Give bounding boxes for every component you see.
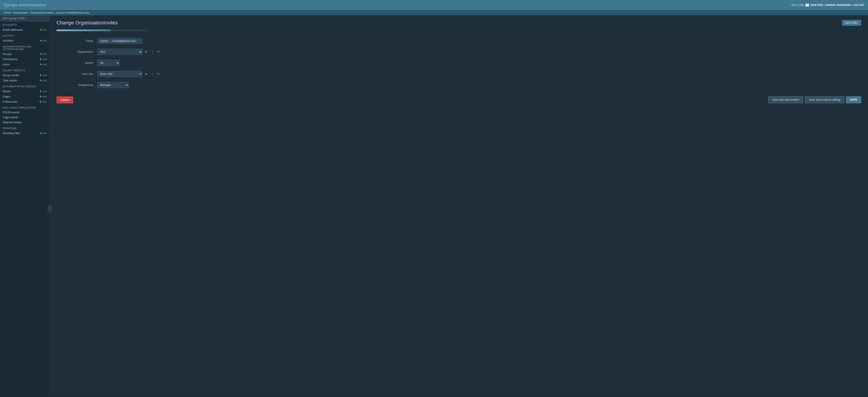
organisation-view-button[interactable]: 👁 xyxy=(156,50,161,54)
email-display: jeremy +invite@kartoza.com xyxy=(97,38,143,44)
organisation-add-button[interactable]: + xyxy=(151,50,154,54)
user-role-row: User role: Base User ✏ + 👁 xyxy=(57,68,861,80)
sidebar-item-label: Boundary files xyxy=(3,132,20,135)
plus-icon: ✚ xyxy=(39,132,42,135)
sidebar-add-link[interactable]: ✚ Add xyxy=(39,74,47,77)
organisation-edit-button[interactable]: ✏ xyxy=(144,50,149,54)
sidebar-item-preferences[interactable]: Preferences✚ Add xyxy=(0,99,50,104)
header: Django administration WELCOME, ██ VIEW S… xyxy=(0,0,868,10)
plus-icon: ✚ xyxy=(39,79,42,82)
plus-icon: ✚ xyxy=(39,90,42,93)
sidebar-item-task-results[interactable]: Task results✚ Add xyxy=(0,78,50,83)
breadcrumb-record: jeremy+invite@kartoza.com xyxy=(56,11,90,14)
sidebar-item-label: Activities xyxy=(3,39,13,42)
brand-django: Django xyxy=(4,3,19,7)
view-site-link[interactable]: VIEW SITE xyxy=(810,4,823,6)
assigned-as-label: Assigned as: xyxy=(57,83,97,87)
assigned-as-field-container: Manager xyxy=(97,82,861,88)
user-role-edit-button[interactable]: ✏ xyxy=(144,72,149,76)
sidebar-add-link[interactable]: ✚ Add xyxy=(39,90,47,93)
sidebar-section-title: ACTIVITY xyxy=(0,32,50,38)
sidebar-filter-input[interactable] xyxy=(0,16,50,22)
sidebar-item-label: Blocks xyxy=(3,90,11,93)
change-password-link[interactable]: CHANGE PASSWORD xyxy=(825,4,851,6)
email-field-container: jeremy +invite@kartoza.com xyxy=(97,38,861,44)
content-header: Change OrganisationInvites HISTORY xyxy=(57,20,861,26)
save-button[interactable]: SAVE xyxy=(846,96,861,103)
sidebar-item-group-results[interactable]: Group results✚ Add xyxy=(0,73,50,78)
assigned-as-select[interactable]: Manager xyxy=(97,82,129,88)
plus-icon: ✚ xyxy=(39,63,42,66)
form-container: Email: jeremy +invite@kartoza.com Organi… xyxy=(57,36,861,91)
sidebar-item-label: Users xyxy=(3,63,10,66)
plus-icon: ✚ xyxy=(39,57,42,61)
sidebar-item-label: Login events xyxy=(3,116,18,119)
save-continue-button[interactable]: Save and continue editing xyxy=(805,96,844,103)
sidebar-item-permissions[interactable]: Permissions✚ Add xyxy=(0,57,50,62)
actions-row: Delete Save and add another Save and con… xyxy=(57,96,861,103)
plus-icon: ✚ xyxy=(39,100,42,103)
user-role-select[interactable]: Base User xyxy=(97,71,143,77)
username: ██ xyxy=(805,4,809,6)
sidebar-item-label: Email addresses xyxy=(3,28,23,31)
sidebar-item-pages[interactable]: Pages✚ Add xyxy=(0,94,50,99)
sidebar-item-activities[interactable]: Activities✚ Add xyxy=(0,38,50,43)
sidebar-section-title: DOCUMENTATION CENTER xyxy=(0,83,50,89)
organisation-select[interactable]: Test xyxy=(97,49,143,55)
sidebar-item-label: Groups xyxy=(3,53,11,56)
sidebar-item-groups[interactable]: Groups✚ Add xyxy=(0,51,50,57)
sidebar-item-login-events[interactable]: Login events xyxy=(0,115,50,120)
separator-1: / xyxy=(824,4,825,6)
history-button[interactable]: HISTORY xyxy=(842,20,861,26)
email-row: Email: jeremy +invite@kartoza.com xyxy=(57,36,861,46)
breadcrumb-home[interactable]: Home xyxy=(4,11,11,14)
sidebar-add-link[interactable]: ✚ Add xyxy=(39,79,47,82)
sidebar-section-title: AUTHENTICATION AND AUTHORIZATION xyxy=(0,43,50,51)
plus-icon: ✚ xyxy=(39,95,42,98)
user-tools: WELCOME, ██ VIEW SITE / CHANGE PASSWORD … xyxy=(792,4,865,6)
user-role-view-button[interactable]: 👁 xyxy=(156,72,161,76)
sidebar-item-label: CRUD events xyxy=(3,111,19,114)
sidebar-add-link[interactable]: ✚ Add xyxy=(39,39,47,42)
sidebar-add-link[interactable]: ✚ Add xyxy=(39,132,47,135)
sidebar-add-link[interactable]: ✚ Add xyxy=(39,57,47,61)
sidebar-item-users[interactable]: Users✚ Add xyxy=(0,62,50,67)
user-role-add-button[interactable]: + xyxy=(151,72,154,76)
email-label: Email: xyxy=(57,39,97,42)
log-out-link[interactable]: LOG OUT xyxy=(853,4,864,6)
joined-select[interactable]: No Yes xyxy=(97,60,120,66)
sidebar-item-boundary-files[interactable]: Boundary files✚ Add xyxy=(0,131,50,136)
main-content: Change OrganisationInvites HISTORY Email… xyxy=(50,16,868,396)
sidebar-item-email-addresses[interactable]: Email addresses✚ Add xyxy=(0,27,50,32)
breadcrumbs: Home › Stakeholder › OrganisationInvites… xyxy=(0,10,868,16)
sidebar-item-label: Request events xyxy=(3,121,22,124)
delete-button[interactable]: Delete xyxy=(57,96,73,103)
sidebar-item-crud-events[interactable]: CRUD events xyxy=(0,110,50,115)
sidebar-collapse-toggle[interactable]: « xyxy=(48,206,52,212)
sidebar-add-link[interactable]: ✚ Add xyxy=(39,100,47,103)
sidebar-section-title: ACCOUNTS xyxy=(0,22,50,27)
progress-bar-fill xyxy=(57,29,111,31)
progress-bar-container xyxy=(57,29,147,31)
save-add-another-button[interactable]: Save and add another xyxy=(768,96,803,103)
sidebar-item-label: Pages xyxy=(3,95,10,98)
email-part-1: jeremy xyxy=(99,39,110,42)
sidebar-item-blocks[interactable]: Blocks✚ Add xyxy=(0,89,50,94)
plus-icon: ✚ xyxy=(39,74,42,77)
sidebar-add-link[interactable]: ✚ Add xyxy=(39,95,47,98)
sidebar-add-link[interactable]: ✚ Add xyxy=(39,52,47,56)
sidebar-add-link[interactable]: ✚ Add xyxy=(39,63,47,66)
sidebar-item-label: Group results xyxy=(3,74,19,77)
breadcrumb-model[interactable]: OrganisationInvites xyxy=(30,11,53,14)
assigned-as-row: Assigned as: Manager xyxy=(57,80,861,91)
separator-2: / xyxy=(852,4,852,6)
save-buttons: Save and add another Save and continue e… xyxy=(768,96,861,103)
sidebar-item-request-events[interactable]: Request events xyxy=(0,120,50,125)
sidebar-section-title: FRONTEND xyxy=(0,125,50,131)
brand-admin: administration xyxy=(19,3,46,7)
breadcrumb-stakeholder[interactable]: Stakeholder xyxy=(13,11,28,14)
sidebar-add-link[interactable]: ✚ Add xyxy=(39,28,47,31)
organisation-row: Organisation: Test ✏ + 👁 xyxy=(57,46,861,57)
sidebar-item-label: Preferences xyxy=(3,100,18,103)
sidebar-item-label: Task results xyxy=(3,79,17,82)
